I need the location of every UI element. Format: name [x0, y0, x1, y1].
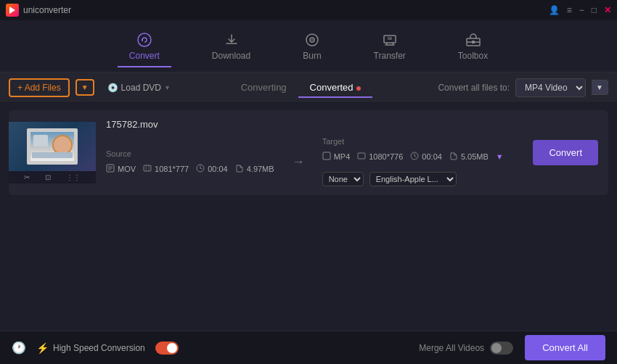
convert-all-label: Convert all files to: [438, 83, 510, 93]
maximize-button[interactable]: □ [592, 5, 597, 15]
nav-item-burn[interactable]: Burn [291, 26, 332, 67]
file-details: Source MOV 1081*777 [106, 137, 515, 186]
merge-toggle[interactable] [490, 342, 513, 355]
svg-marker-0 [9, 7, 15, 14]
scissors-icon[interactable]: ✂ [24, 173, 30, 181]
target-detail-row: MP4 1080*776 00:04 [322, 152, 504, 162]
load-dvd-button[interactable]: 💿 Load DVD ▼ [100, 80, 178, 96]
merge-label: Merge All Videos [419, 343, 484, 353]
app-logo [6, 4, 19, 17]
crop-icon[interactable]: ⊡ [45, 173, 51, 181]
nav-item-transfer[interactable]: Transfer [362, 26, 417, 67]
target-size-icon [449, 152, 458, 162]
target-dropdown[interactable]: ▼ [496, 152, 504, 161]
lightning-icon: ⚡ [36, 342, 49, 354]
speed-label-group: ⚡ High Speed Conversion [36, 342, 145, 354]
file-icon [106, 164, 115, 174]
file-info: 175782.mov Source MOV [96, 110, 526, 195]
convert-icon [136, 32, 152, 48]
target-format: MP4 [322, 152, 351, 162]
nav-label-download: Download [212, 51, 250, 61]
load-dvd-arrow: ▼ [164, 84, 171, 91]
nav-label-transfer: Transfer [374, 51, 406, 61]
svg-rect-17 [323, 152, 330, 160]
target-resolution: 1080*776 [357, 152, 403, 162]
tab-converting[interactable]: Converting [229, 78, 298, 97]
nav-item-download[interactable]: Download [200, 26, 262, 67]
svg-point-1 [138, 33, 151, 46]
resolution-icon [143, 164, 152, 174]
thumbnail-tools: ✂ ⊡ ⋮⋮ [9, 171, 96, 183]
target-resolution-icon [357, 152, 366, 162]
file-name: 175782.mov [106, 119, 515, 130]
transfer-icon [382, 32, 398, 48]
speed-toggle[interactable] [155, 342, 179, 355]
nav-label-burn: Burn [303, 51, 321, 61]
bottom-bar: 🕐 ⚡ High Speed Conversion Merge All Vide… [0, 331, 617, 364]
source-size: 4.97MB [235, 164, 274, 174]
nav-item-toolbox[interactable]: Toolbox [446, 26, 499, 67]
source-detail-row: MOV 1081*777 00:04 [106, 164, 274, 174]
subtitle-row: None English-Apple L... [322, 172, 504, 186]
title-bar-left: uniconverter [6, 4, 71, 17]
bottom-left: 🕐 ⚡ High Speed Conversion [12, 341, 179, 355]
format-select[interactable]: MP4 Video [515, 78, 586, 97]
title-bar: uniconverter 👤 ≡ − □ ✕ [0, 0, 617, 20]
target-label: Target [322, 137, 504, 146]
arrow-right-icon: → [286, 154, 311, 170]
subtitle-lang-select[interactable]: English-Apple L... [369, 172, 457, 186]
format-dropdown-arrow[interactable]: ▼ [592, 80, 608, 95]
tab-converted[interactable]: Converted [298, 78, 372, 97]
disc-icon: 💿 [107, 83, 118, 93]
menu-icon[interactable]: ≡ [567, 5, 572, 15]
source-group: Source MOV 1081*777 [106, 149, 274, 174]
svg-point-4 [311, 39, 313, 41]
target-size: 5.05MB [449, 152, 489, 162]
svg-rect-13 [144, 165, 151, 171]
thumbnail-screen [30, 132, 74, 161]
file-size-icon [235, 164, 244, 174]
tab-dot [356, 86, 361, 91]
target-duration: 00:04 [410, 152, 442, 162]
mp4-icon [322, 152, 331, 162]
user-icon[interactable]: 👤 [549, 5, 560, 15]
app-name: uniconverter [23, 5, 71, 15]
nav-item-convert[interactable]: Convert [118, 26, 171, 67]
file-item: ✂ ⊡ ⋮⋮ 175782.mov Source MOV [9, 110, 608, 195]
convert-button[interactable]: Convert [533, 140, 598, 165]
schedule-icon[interactable]: 🕐 [12, 341, 26, 355]
settings-icon[interactable]: ⋮⋮ [66, 173, 81, 181]
speed-label-text: High Speed Conversion [53, 343, 145, 353]
target-clock-icon [410, 152, 419, 162]
toolbox-icon [465, 32, 481, 48]
title-bar-controls: 👤 ≡ − □ ✕ [549, 5, 611, 15]
source-format: MOV [106, 164, 136, 174]
source-label: Source [106, 149, 274, 158]
download-icon [224, 32, 240, 48]
target-group: Target MP4 1080*776 [322, 137, 504, 186]
nav-label-toolbox: Toolbox [458, 51, 488, 61]
svg-rect-18 [358, 153, 365, 159]
thumbnail-image [9, 122, 96, 171]
convert-all-button[interactable]: Convert All [525, 335, 605, 360]
file-thumbnail: ✂ ⊡ ⋮⋮ [9, 122, 96, 183]
add-files-button[interactable]: + Add Files [9, 78, 70, 97]
nav-bar: Convert Download Burn [0, 20, 617, 73]
source-resolution: 1081*777 [143, 164, 189, 174]
subtitle-none-select[interactable]: None [322, 172, 364, 186]
close-button[interactable]: ✕ [604, 5, 611, 15]
clock-small-icon [196, 164, 205, 174]
add-files-dropdown[interactable]: ▼ [75, 79, 94, 96]
toolbar: + Add Files ▼ 💿 Load DVD ▼ Converting Co… [0, 73, 617, 103]
source-duration: 00:04 [196, 164, 228, 174]
tab-group: Converting Converted [229, 78, 372, 97]
svg-rect-8 [472, 41, 475, 44]
nav-label-convert: Convert [129, 51, 160, 61]
minimize-button[interactable]: − [579, 5, 584, 15]
main-content: ✂ ⊡ ⋮⋮ 175782.mov Source MOV [0, 103, 617, 331]
thumbnail-inner [27, 128, 78, 165]
burn-icon [304, 32, 320, 48]
